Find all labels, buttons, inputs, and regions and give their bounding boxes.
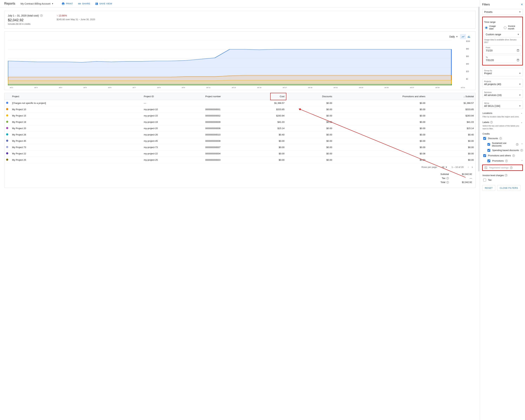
usage-date-radio[interactable]: Usage date bbox=[484, 25, 500, 30]
group-by-select[interactable]: Group by Project▼ bbox=[482, 68, 523, 76]
col-project-number[interactable]: Project number bbox=[204, 93, 270, 100]
table-row[interactable]: My Project 15my-project-15000000000002$2… bbox=[4, 113, 476, 119]
bar-chart-toggle[interactable] bbox=[466, 34, 472, 39]
table-row[interactable]: My Project 10my-project-10000000000001$3… bbox=[4, 106, 476, 113]
table-row[interactable]: [Charges not specific to a project]—$1,3… bbox=[4, 100, 476, 106]
summary-range: July 1 – 31, 2020 (total cost) bbox=[8, 14, 39, 17]
pager-prev[interactable]: ‹ bbox=[468, 165, 469, 169]
account-picker[interactable]: My Contract Billing Account ▼ bbox=[20, 2, 54, 5]
rows-per-page-select[interactable]: 10 ▼ bbox=[442, 166, 447, 168]
chevron-down-icon: ▼ bbox=[519, 105, 521, 107]
chevron-up-icon[interactable]: ⌃ bbox=[521, 160, 523, 162]
chevron-up-icon[interactable]: ⌃ bbox=[521, 143, 523, 146]
trend-pct: ↑ 13.66% bbox=[57, 14, 67, 17]
help-icon[interactable]: ? bbox=[510, 167, 513, 169]
cell-cost: $1,368.57 bbox=[270, 100, 286, 106]
cell-cost: $41.03 bbox=[270, 119, 286, 125]
help-icon[interactable]: ? bbox=[446, 177, 449, 179]
table-row[interactable]: My Project 20my-project-20000000000006$1… bbox=[4, 125, 476, 131]
cell-project-id: my-project-10 bbox=[142, 106, 204, 113]
interval-picker[interactable]: Daily ▼ bbox=[449, 35, 458, 38]
table-row[interactable]: My Project 25my-project-25000000000003$0… bbox=[4, 157, 476, 163]
cell-project: My Project 10 bbox=[10, 106, 142, 113]
chevron-down-icon: ▼ bbox=[456, 36, 458, 38]
help-icon[interactable]: ? bbox=[505, 174, 507, 177]
to-date-input[interactable]: To 7/31/20 bbox=[484, 55, 521, 63]
reset-button[interactable]: RESET bbox=[482, 185, 495, 191]
negotiated-savings-checkbox[interactable]: Negotiated savings ? bbox=[484, 166, 521, 170]
cell-discounts: $0.00 bbox=[286, 100, 334, 106]
print-button[interactable]: PRINT bbox=[62, 2, 73, 5]
cell-promotions: $0.08 bbox=[334, 150, 427, 157]
projects-select[interactable]: Projects All projects (40)▼ bbox=[482, 79, 523, 87]
series-color-dot bbox=[6, 146, 8, 148]
cell-project-number: 000000000004 bbox=[204, 150, 270, 157]
spending-based-checkbox[interactable]: Spending based discounts ? bbox=[487, 149, 523, 152]
summary-amount: $2,042.92 bbox=[8, 18, 43, 22]
cell-subtotal: $1,368.57 bbox=[427, 100, 476, 106]
table-row[interactable]: My Project 26my-project-26000000000010$0… bbox=[4, 131, 476, 138]
presets-select[interactable]: Presets ▼ bbox=[482, 9, 523, 15]
table-row[interactable]: My Project 73my-project-73000000000007$0… bbox=[4, 144, 476, 150]
help-icon[interactable]: ? bbox=[40, 14, 43, 17]
help-icon[interactable]: ? bbox=[512, 154, 515, 157]
range-type-select[interactable]: Custom range ▼ bbox=[484, 31, 521, 37]
cell-subtotal: $0.00 bbox=[427, 138, 476, 144]
table-pager: Rows per page: 10 ▼ 1 – 10 of 20 ‹ › bbox=[4, 163, 476, 171]
series-color-dot bbox=[6, 127, 8, 129]
col-project-id[interactable]: Project ID bbox=[142, 93, 204, 100]
close-filters-button[interactable]: CLOSE FILTERS bbox=[497, 185, 521, 191]
sustained-use-checkbox[interactable]: Sustained use discounts ? ⌃ bbox=[487, 142, 523, 147]
cost-chart[interactable]: $100$80$60$40$20$0 bbox=[8, 40, 472, 86]
promotions-others-checkbox[interactable]: Promotions and others ? bbox=[483, 154, 523, 158]
labels-hint: Select the key and values of the labels … bbox=[483, 125, 523, 130]
chevron-down-icon: ⌄ bbox=[521, 121, 523, 123]
svg-rect-1 bbox=[469, 36, 469, 38]
cell-subtotal: $0.00 bbox=[427, 157, 476, 163]
services-select[interactable]: Services All services (16)▼ bbox=[482, 90, 523, 98]
locations-toggle[interactable]: Locations ⌄ bbox=[482, 112, 523, 114]
promotions-checkbox[interactable]: Promotions ? ⌃ bbox=[487, 159, 523, 163]
pager-next[interactable]: › bbox=[472, 165, 473, 169]
cell-project: My Project 22 bbox=[10, 150, 142, 157]
labels-toggle[interactable]: Labels? ⌄ bbox=[482, 121, 523, 123]
close-filters-icon[interactable]: × bbox=[521, 2, 523, 7]
help-icon[interactable]: ? bbox=[520, 149, 523, 152]
chevron-down-icon: ▼ bbox=[519, 83, 521, 85]
cell-discounts: $0.00 bbox=[286, 144, 334, 150]
col-discounts[interactable]: Discounts bbox=[286, 93, 334, 100]
from-date-input[interactable]: From 7/1/20 bbox=[484, 45, 521, 54]
help-icon[interactable]: ? bbox=[446, 181, 449, 184]
cell-project-id: my-project-15 bbox=[142, 113, 204, 119]
col-subtotal[interactable]: ↓Subtotal bbox=[427, 93, 476, 100]
share-button[interactable]: SHARE bbox=[78, 2, 90, 5]
chevron-down-icon: ▼ bbox=[51, 2, 54, 5]
svg-rect-2 bbox=[469, 37, 470, 38]
line-chart-icon bbox=[461, 35, 465, 38]
help-icon[interactable]: ? bbox=[516, 143, 518, 146]
cell-project-id: my-project-26 bbox=[142, 131, 204, 138]
col-cost[interactable]: Cost bbox=[270, 93, 286, 100]
invoice-month-radio[interactable]: Invoice month bbox=[503, 25, 521, 30]
col-project[interactable]: Project bbox=[10, 93, 142, 100]
col-promotions[interactable]: Promotions and others bbox=[334, 93, 427, 100]
credits-section-label: Credits bbox=[483, 132, 523, 135]
help-icon[interactable]: ? bbox=[505, 160, 508, 162]
help-icon[interactable]: ? bbox=[490, 121, 493, 123]
cell-project: My Project 20 bbox=[10, 125, 142, 131]
series-color-dot bbox=[6, 152, 8, 154]
series-color-dot bbox=[6, 121, 8, 123]
table-row[interactable]: My Project 22my-project-22000000000004$0… bbox=[4, 150, 476, 157]
series-color-dot bbox=[6, 102, 8, 104]
table-row[interactable]: My Project 45my-project-45000000000008$0… bbox=[4, 138, 476, 144]
discounts-checkbox[interactable]: Discounts ? bbox=[483, 137, 523, 140]
save-view-button[interactable]: SAVE VIEW bbox=[95, 2, 112, 5]
cell-discounts: $0.00 bbox=[286, 113, 334, 119]
credits-note: includes $0.00 in credits bbox=[8, 23, 43, 25]
tax-checkbox[interactable]: Tax bbox=[483, 178, 523, 182]
table-row[interactable]: My Project 19my-project-19000000000009$4… bbox=[4, 119, 476, 125]
svg-rect-0 bbox=[468, 36, 468, 38]
skus-select[interactable]: SKUs All SKUs (194)▼ bbox=[482, 101, 523, 109]
line-chart-toggle[interactable] bbox=[460, 34, 466, 39]
help-icon[interactable]: ? bbox=[499, 137, 502, 140]
